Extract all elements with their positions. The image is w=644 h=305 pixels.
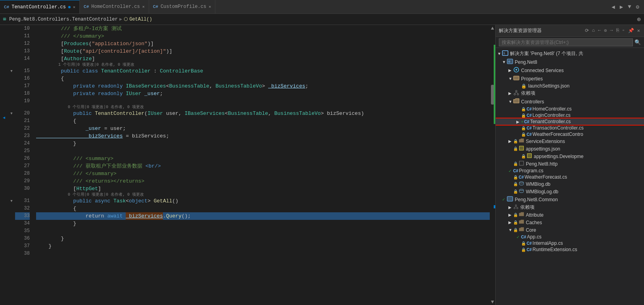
- se-common-label: Peng.Net8.Common: [515, 197, 558, 202]
- se-search-input[interactable]: [499, 38, 633, 46]
- se-properties[interactable]: ▼ Properties: [496, 74, 644, 83]
- se-transactioncontroller[interactable]: 🔒 C# TransactionController.cs: [496, 125, 644, 131]
- se-weatherforecastcontroller[interactable]: 🔒 C# WeatherForecastContro: [496, 131, 644, 137]
- se-nav-forward-button[interactable]: →: [609, 27, 613, 34]
- se-app-cs[interactable]: ✓ C# App.cs: [496, 234, 644, 240]
- se-launchsettings-label: launchSettings.json: [528, 83, 569, 89]
- se-pin-button[interactable]: 📌: [627, 27, 635, 34]
- se-wmbloglog-db[interactable]: 🔒 WMBlogLog.db: [496, 188, 644, 195]
- tab-homecontroller[interactable]: C# HomeController.cs ✕: [80, 0, 149, 13]
- cg-11: [8, 32, 15, 40]
- tab-close-homecontroller[interactable]: ✕: [142, 4, 145, 9]
- se-header: 解决方案资源管理器 ⟳ ⌂ ← ⊙ → ⎘ ▫ 📌 ✕: [496, 25, 644, 37]
- se-nav-back-button[interactable]: ←: [597, 27, 602, 34]
- se-home-button[interactable]: ⌂: [591, 27, 596, 34]
- tab-close-customprofile[interactable]: ✕: [209, 4, 211, 9]
- tab-menu-button[interactable]: ▼: [626, 3, 632, 11]
- code-line-37: }: [36, 242, 490, 250]
- tab-close-tenantcontroller[interactable]: ✕: [73, 5, 75, 10]
- cg-23: [8, 132, 15, 140]
- se-project-common[interactable]: ✓ Peng.Net8.Common: [496, 195, 644, 204]
- code-line-29: /// <returns></returns>: [36, 177, 490, 185]
- code-line-22: _user = user;: [36, 125, 490, 132]
- se-program[interactable]: ✓ C# Program.cs: [496, 168, 644, 174]
- ln-12: 12: [15, 40, 30, 48]
- tab-icon-cs2: C#: [84, 4, 89, 9]
- se-serviceextensions[interactable]: ▶ 🔒 ServiceExtensions: [496, 137, 644, 145]
- se-deps[interactable]: ▶ 依赖项: [496, 89, 644, 97]
- se-solution-icon: S: [502, 50, 508, 57]
- cg-22: [8, 125, 15, 132]
- se-appsettings[interactable]: 🔒 appsettings.json: [496, 145, 644, 152]
- se-common-deps[interactable]: ▶ 依赖项: [496, 204, 644, 211]
- se-lock-icon16: 🔒: [521, 241, 526, 246]
- code-line-34: }: [36, 220, 490, 227]
- cg-meta2: [8, 105, 15, 110]
- ln-38: 38: [15, 250, 30, 257]
- se-homecontroller-label: HomeController.cs: [533, 106, 572, 112]
- se-connected-label: Connected Services: [521, 68, 564, 73]
- collapse-gutter: ▼ ▼: [8, 25, 15, 305]
- se-http-file[interactable]: 🔒 Peng.Net8.http: [496, 160, 644, 168]
- se-cs-badge2: C#: [527, 113, 532, 118]
- tab-tenantcontroller[interactable]: C# TenantController.cs ✕: [0, 0, 80, 13]
- se-deps-arrow: ▶: [508, 91, 513, 95]
- se-appsettings-dev-icon: [527, 153, 532, 160]
- se-sync-button[interactable]: ⟳: [584, 27, 590, 34]
- ln-14: 14: [15, 55, 30, 63]
- se-solution-root[interactable]: ▼ S 解决方案 'Peng.Net8' (7 个项目, 共: [496, 50, 644, 58]
- se-caches-folder[interactable]: ▶ 🔒 Caches: [496, 219, 644, 226]
- breadcrumb-method[interactable]: GetAll(): [129, 17, 152, 22]
- se-cs-badge7: C#: [519, 175, 524, 179]
- se-history-button[interactable]: ⊙: [603, 27, 608, 34]
- se-weatherforecast-label: WeatherForecastContro: [533, 132, 583, 137]
- cg-28: [8, 170, 15, 177]
- breadcrumb-namespace[interactable]: Peng.Net8.Controllers.TenantController: [9, 17, 118, 22]
- se-expand-button[interactable]: ▫: [621, 27, 626, 34]
- se-app-label: App.cs: [527, 234, 542, 240]
- se-tree: ▼ S 解决方案 'Peng.Net8' (7 个项目, 共 ▼ ⚙ Peng.…: [496, 48, 644, 305]
- se-tenantcontroller[interactable]: ▶ + C# TenantController.cs: [496, 118, 644, 125]
- cg-29: [8, 177, 15, 185]
- code-line-38: [36, 250, 490, 257]
- se-tenant-arrow: ▶: [516, 120, 521, 124]
- ln-37: 37: [15, 242, 30, 250]
- scroll-right-button[interactable]: ▶: [618, 3, 625, 11]
- tab-bar: C# TenantController.cs ✕ C# HomeControll…: [0, 0, 644, 14]
- se-connected-services[interactable]: ▶ Connected Services: [496, 66, 644, 74]
- code-line-23: _bizServices = bizServices;: [36, 132, 490, 140]
- tab-customprofile[interactable]: C# CustomProfile.cs ✕: [149, 0, 215, 13]
- cg-20[interactable]: ▼: [8, 110, 15, 117]
- cg-31[interactable]: ▼: [8, 197, 15, 205]
- se-project-pengnet8[interactable]: ▼ ⚙ Peng.Net8: [496, 58, 644, 66]
- se-cs-badge6: C#: [513, 169, 518, 173]
- breadcrumb-method-icon: ⬡: [124, 16, 128, 22]
- se-attribute-folder[interactable]: ▶ 🔒 Attribute: [496, 211, 644, 219]
- cg-30: [8, 185, 15, 193]
- se-close-button[interactable]: ✕: [636, 27, 641, 34]
- se-launchsettings[interactable]: 🔒 launchSettings.json: [496, 83, 644, 89]
- scroll-up-button[interactable]: ▲: [490, 25, 495, 31]
- code-line-33: return await _bizServices.Query();: [36, 212, 490, 220]
- se-weatherforecast[interactable]: 🔒 C# WeatherForecast.cs: [496, 174, 644, 180]
- scroll-track[interactable]: [490, 31, 495, 299]
- se-core-folder[interactable]: ▼ 🔒 Core: [496, 226, 644, 234]
- se-homecontroller[interactable]: 🔒 C# HomeController.cs: [496, 106, 644, 112]
- cg-15[interactable]: ▼: [8, 67, 15, 75]
- cg-27: [8, 162, 15, 170]
- settings-button[interactable]: ⚙: [634, 3, 641, 11]
- se-appsettings-dev[interactable]: 🔒 appsettings.Developme: [496, 152, 644, 160]
- se-wmblog-db[interactable]: 🔒 WMBlog.db: [496, 180, 644, 188]
- scroll-down-button[interactable]: ▼: [490, 299, 495, 305]
- se-header-actions: ⟳ ⌂ ← ⊙ → ⎘ ▫ 📌 ✕: [584, 27, 641, 34]
- breadcrumb-add-button[interactable]: ⊕: [637, 15, 641, 23]
- code-content[interactable]: /// 多租户-Id方案 测试 /// </summary> [Produces…: [33, 25, 490, 305]
- se-runtimeext-cs[interactable]: 🔒 C# RuntimeExtension.cs: [496, 246, 644, 253]
- se-controllers-folder[interactable]: ▼ Controllers: [496, 97, 644, 106]
- se-copy-button[interactable]: ⎘: [615, 27, 620, 34]
- code-line-13: [Route("api/[controller]/[action]")]: [36, 48, 490, 55]
- scroll-left-button[interactable]: ◀: [610, 3, 616, 11]
- se-logincontroller[interactable]: 🔒 C# LoginController.cs: [496, 112, 644, 118]
- se-internalapp-cs[interactable]: 🔒 C# InternalApp.cs: [496, 240, 644, 246]
- editor-scrollbar[interactable]: ▲ ▼: [490, 25, 495, 305]
